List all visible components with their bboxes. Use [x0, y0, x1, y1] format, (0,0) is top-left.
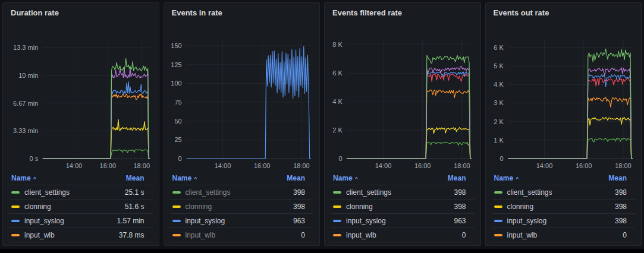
panel-title[interactable]: Events filtered rate — [332, 8, 475, 18]
series-mean-value: 398 — [454, 188, 466, 197]
timeseries-chart[interactable]: 14:0016:0018:008 K6 K4 K2 K0 — [331, 22, 475, 172]
series-color-swatch[interactable] — [11, 234, 20, 236]
series-color-swatch[interactable] — [172, 234, 181, 236]
series-name[interactable]: clonning — [186, 203, 212, 211]
timeseries-chart[interactable]: 14:0016:0018:001501251007550250 — [170, 22, 314, 172]
series-name[interactable]: input_wmi — [24, 245, 56, 246]
series-name[interactable]: input_wmi — [507, 245, 539, 246]
series-name[interactable]: client_settings — [507, 188, 552, 197]
legend-row: clonning398 — [331, 199, 475, 213]
series-line-series-red — [508, 78, 632, 159]
series-mean-value: 398 — [615, 217, 627, 225]
y-tick-label: 3.33 min — [13, 127, 38, 134]
timeseries-chart[interactable]: 14:0016:0018:006 K5 K4 K3 K2 K1 K0 — [492, 22, 636, 172]
series-name[interactable]: input_syslog — [507, 217, 547, 225]
legend-rows: client_settings398clonning398input_syslo… — [170, 185, 314, 245]
series-line-series-green-low — [347, 143, 472, 159]
timeseries-chart[interactable]: 14:0016:0018:0013.3 min10 min6.67 min3.3… — [9, 22, 153, 172]
series-color-swatch[interactable] — [333, 234, 341, 236]
legend-row: input_wlb0 — [331, 227, 475, 242]
series-color-swatch[interactable] — [494, 234, 502, 236]
series-name[interactable]: client_settings — [186, 188, 231, 197]
series-name[interactable]: client_settings — [346, 188, 391, 197]
series-color-swatch[interactable] — [494, 191, 502, 194]
series-mean-value: 0 — [462, 231, 466, 239]
series-mean-value: 51.6 s — [125, 203, 144, 211]
legend-row: input_syslog963 — [170, 213, 314, 227]
legend-sort-by-mean-button[interactable]: Mean — [287, 174, 305, 182]
series-name[interactable]: input_syslog — [186, 217, 225, 225]
series-color-swatch[interactable] — [11, 205, 20, 208]
series-name[interactable]: input_wlb — [24, 231, 55, 239]
sort-ascending-icon: ^ — [194, 176, 197, 182]
series-name[interactable]: clonning — [346, 203, 373, 211]
series-color-swatch[interactable] — [172, 220, 181, 222]
series-color-swatch[interactable] — [11, 220, 20, 222]
series-line-input_syslog — [43, 81, 149, 159]
y-tick-label: 1 K — [494, 137, 504, 144]
legend-sort-by-mean-button[interactable]: Mean — [608, 174, 627, 182]
series-name[interactable]: input_wlb — [346, 231, 376, 239]
series-line-input_syslog — [347, 72, 472, 159]
series-mean-value: 0 — [301, 231, 305, 239]
legend-sort-by-name-button[interactable]: Name^ — [333, 174, 358, 182]
legend-row: client_settings398 — [492, 185, 636, 199]
y-tick-label: 0 — [500, 155, 503, 162]
series-line-input_wlb — [508, 97, 632, 159]
series-mean-value: 398 — [293, 203, 305, 211]
series-color-swatch[interactable] — [494, 205, 502, 208]
legend-name-header-label: Name — [11, 174, 31, 182]
series-name[interactable]: input_wlb — [186, 231, 216, 239]
y-tick-label: 2 K — [494, 118, 504, 125]
panel-title[interactable]: Events out rate — [494, 8, 636, 18]
legend-row-partial: input_wmi254 — [331, 242, 475, 245]
series-color-swatch[interactable] — [172, 205, 181, 208]
grafana-dashboard: Duration rate 14:0016:0018:0013.3 min10 … — [0, 0, 644, 253]
legend-header: Name^ Mean — [170, 172, 314, 185]
series-name[interactable]: clonning — [24, 203, 51, 211]
x-tick-label: 14:00 — [375, 162, 392, 169]
legend-rows: client_settings25.1 sclonning51.6 sinput… — [9, 185, 153, 245]
series-color-swatch[interactable] — [11, 191, 20, 194]
legend-table: Name^ Mean client_settings398clonning398… — [331, 172, 475, 245]
legend-row: client_settings398 — [170, 185, 314, 199]
series-color-swatch[interactable] — [172, 191, 181, 194]
series-line-clonning — [43, 119, 149, 159]
sort-ascending-icon: ^ — [33, 176, 36, 182]
legend-name-header-label: Name — [333, 174, 353, 182]
legend-sort-by-name-button[interactable]: Name^ — [11, 174, 36, 182]
series-mean-value: 398 — [615, 188, 627, 197]
x-tick-label: 16:00 — [253, 162, 270, 169]
series-color-swatch[interactable] — [494, 220, 502, 222]
y-tick-label: 6 K — [494, 44, 504, 51]
series-line-input_syslog — [186, 47, 310, 159]
series-line-input_wlb — [43, 94, 149, 159]
legend-table: Name^ Mean client_settings25.1 sclonning… — [9, 172, 153, 245]
sort-ascending-icon: ^ — [516, 176, 519, 182]
series-mean-value: 963 — [454, 217, 466, 225]
y-tick-label: 0 — [178, 155, 181, 162]
legend-row: input_wlb37.8 ms — [9, 227, 153, 242]
series-name[interactable]: input_wmi — [346, 245, 378, 246]
series-color-swatch[interactable] — [333, 220, 341, 222]
legend-sort-by-name-button[interactable]: Name^ — [172, 174, 197, 182]
x-tick-label: 14:00 — [66, 162, 83, 169]
panel-events-in-rate: Events in rate 14:0016:0018:001501251007… — [164, 2, 321, 246]
series-name[interactable]: input_syslog — [24, 217, 64, 225]
x-tick-label: 18:00 — [454, 162, 470, 169]
panel-title[interactable]: Duration rate — [11, 8, 153, 18]
legend-sort-by-mean-button[interactable]: Mean — [126, 174, 144, 182]
series-color-swatch[interactable] — [333, 205, 341, 208]
legend-sort-by-name-button[interactable]: Name^ — [494, 174, 519, 182]
series-name[interactable]: input_wlb — [507, 231, 538, 239]
series-name[interactable]: input_syslog — [346, 217, 386, 225]
series-name[interactable]: client_settings — [24, 188, 70, 197]
series-mean-value: 254 — [454, 245, 466, 246]
series-name[interactable]: input_wmi — [186, 245, 218, 246]
series-color-swatch[interactable] — [333, 191, 341, 194]
panel-title[interactable]: Events in rate — [172, 8, 314, 18]
legend-sort-by-mean-button[interactable]: Mean — [448, 174, 466, 182]
legend-row: input_syslog398 — [492, 213, 636, 227]
x-tick-label: 16:00 — [414, 162, 431, 169]
series-name[interactable]: clonning — [507, 203, 534, 211]
